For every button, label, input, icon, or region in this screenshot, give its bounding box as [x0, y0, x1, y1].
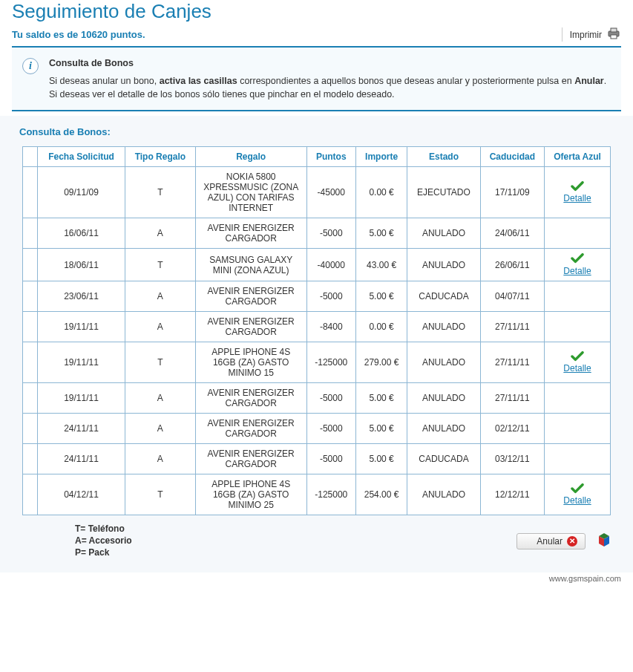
cell-fecha: 09/11/09	[38, 167, 125, 218]
cell-caducidad: 12/12/11	[480, 474, 544, 515]
cell-estado: CADUCADA	[407, 281, 480, 311]
subheader: Tu saldo es de 10620 puntos. Imprimir	[0, 26, 633, 46]
cell-caducidad: 27/11/11	[480, 382, 544, 413]
cell-importe: 279.00 €	[355, 342, 407, 382]
saldo-suffix: puntos.	[108, 29, 145, 40]
cell-puntos: -8400	[306, 311, 355, 342]
printer-icon	[606, 27, 621, 42]
cell-estado: ANULADO	[407, 311, 480, 342]
detalle-link[interactable]: Detalle	[549, 194, 606, 203]
cell-check	[23, 249, 38, 281]
print-button[interactable]: Imprimir	[562, 27, 621, 42]
cell-estado: ANULADO	[407, 413, 480, 443]
cell-oferta	[545, 443, 611, 474]
cell-check	[23, 218, 38, 249]
cell-importe: 5.00 €	[355, 281, 407, 311]
cell-check	[23, 443, 38, 474]
cell-puntos: -125000	[306, 474, 355, 515]
cell-tipo: A	[125, 218, 196, 249]
table-row: 19/11/11AAVENIR ENERGIZER CARGADOR-84000…	[23, 311, 611, 342]
saldo-prefix: Tu saldo es de	[12, 29, 81, 40]
cell-regalo: APPLE IPHONE 4S 16GB (ZA) GASTO MINIMO 2…	[195, 474, 306, 515]
saldo-line: Tu saldo es de 10620 puntos.	[12, 29, 145, 40]
cell-tipo: A	[125, 382, 196, 413]
info-line1-e: .	[604, 76, 606, 86]
cell-fecha: 16/06/11	[38, 218, 125, 249]
table-row: 09/11/09TNOKIA 5800 XPRESSMUSIC (ZONA AZ…	[23, 167, 611, 218]
info-text: Consulta de Bonos Si deseas anular un bo…	[49, 56, 606, 101]
cell-regalo: SAMSUNG GALAXY MINI (ZONA AZUL)	[195, 249, 306, 281]
table-row: 19/11/11AAVENIR ENERGIZER CARGADOR-50005…	[23, 382, 611, 413]
cell-check	[23, 311, 38, 342]
col-regalo: Regalo	[195, 147, 306, 167]
cell-estado: EJECUTADO	[407, 167, 480, 218]
cell-check	[23, 474, 38, 515]
cell-tipo: A	[125, 443, 196, 474]
col-estado: Estado	[407, 147, 480, 167]
cell-oferta: Detalle	[545, 342, 611, 382]
svg-rect-2	[611, 35, 617, 39]
info-line1-b: activa las casillas	[160, 76, 237, 86]
cell-fecha: 04/12/11	[38, 474, 125, 515]
cell-importe: 0.00 €	[355, 311, 407, 342]
detalle-link[interactable]: Detalle	[549, 267, 606, 276]
cell-regalo: AVENIR ENERGIZER CARGADOR	[195, 281, 306, 311]
table-row: 24/11/11AAVENIR ENERGIZER CARGADOR-50005…	[23, 443, 611, 474]
cell-estado: ANULADO	[407, 249, 480, 281]
close-icon: ✕	[567, 536, 577, 547]
cell-check	[23, 167, 38, 218]
info-line1-d: Anular	[574, 76, 604, 86]
col-importe: Importe	[355, 147, 407, 167]
cell-fecha: 19/11/11	[38, 342, 125, 382]
table-row: 16/06/11AAVENIR ENERGIZER CARGADOR-50005…	[23, 218, 611, 249]
table-row: 23/06/11AAVENIR ENERGIZER CARGADOR-50005…	[23, 281, 611, 311]
cell-tipo: T	[125, 474, 196, 515]
cell-caducidad: 27/11/11	[480, 342, 544, 382]
print-label: Imprimir	[570, 30, 602, 40]
cell-fecha: 18/06/11	[38, 249, 125, 281]
cell-tipo: A	[125, 311, 196, 342]
cell-estado: ANULADO	[407, 218, 480, 249]
cell-puntos: -5000	[306, 218, 355, 249]
detalle-link[interactable]: Detalle	[549, 364, 606, 373]
cell-regalo: APPLE IPHONE 4S 16GB (ZA) GASTO MINIMO 1…	[195, 342, 306, 382]
cell-importe: 43.00 €	[355, 249, 407, 281]
cell-importe: 5.00 €	[355, 382, 407, 413]
cell-caducidad: 03/12/11	[480, 443, 544, 474]
cell-puntos: -40000	[306, 249, 355, 281]
cell-caducidad: 04/07/11	[480, 281, 544, 311]
cell-caducidad: 26/06/11	[480, 249, 544, 281]
table-body: 09/11/09TNOKIA 5800 XPRESSMUSIC (ZONA AZ…	[23, 167, 611, 515]
cell-importe: 5.00 €	[355, 218, 407, 249]
watermark: www.gsmspain.com	[0, 572, 633, 586]
cell-oferta	[545, 311, 611, 342]
info-box: i Consulta de Bonos Si deseas anular un …	[12, 46, 621, 111]
cell-puntos: -5000	[306, 443, 355, 474]
cell-fecha: 19/11/11	[38, 311, 125, 342]
cell-puntos: -5000	[306, 281, 355, 311]
cell-caducidad: 27/11/11	[480, 311, 544, 342]
checkmark-icon	[571, 255, 584, 266]
cell-tipo: A	[125, 413, 196, 443]
cell-tipo: T	[125, 342, 196, 382]
cell-check	[23, 281, 38, 311]
cell-fecha: 24/11/11	[38, 413, 125, 443]
info-icon: i	[22, 58, 39, 74]
cell-tipo: T	[125, 249, 196, 281]
cell-puntos: -125000	[306, 342, 355, 382]
col-check	[23, 147, 38, 167]
info-line1-a: Si deseas anular un bono,	[49, 76, 160, 86]
col-tipo: Tipo Regalo	[125, 147, 196, 167]
bonos-table: Fecha Solicitud Tipo Regalo Regalo Punto…	[22, 146, 611, 515]
svg-rect-1	[611, 28, 617, 32]
info-line1-c: correspondientes a aquellos bonos que de…	[237, 76, 574, 86]
checkmark-icon	[571, 183, 584, 194]
detalle-link[interactable]: Detalle	[549, 496, 606, 506]
anular-button[interactable]: Anular ✕	[516, 533, 586, 549]
cell-caducidad: 17/11/09	[480, 167, 544, 218]
checkmark-icon	[571, 486, 584, 496]
table-row: 19/11/11TAPPLE IPHONE 4S 16GB (ZA) GASTO…	[23, 342, 611, 382]
cell-oferta: Detalle	[545, 474, 611, 515]
cell-oferta: Detalle	[545, 249, 611, 281]
cell-regalo: NOKIA 5800 XPRESSMUSIC (ZONA AZUL) CON T…	[195, 167, 306, 218]
